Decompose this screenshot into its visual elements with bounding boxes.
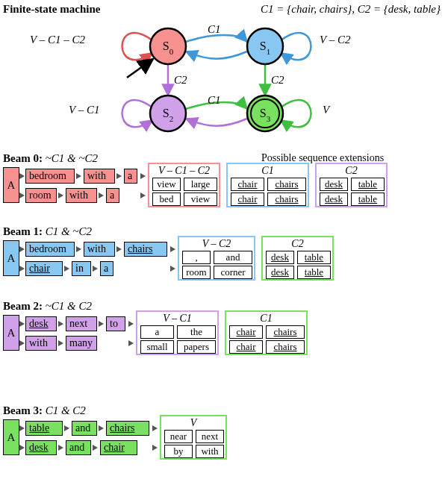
beam-label: Beam 1: C1 & ~C2: [3, 225, 92, 238]
ext-cell: chair: [229, 325, 263, 339]
ext-cell: chair: [231, 193, 264, 206]
svg-line-2: [127, 59, 153, 78]
ext-cell: view: [152, 178, 181, 191]
token: with: [84, 242, 115, 257]
ext-cell: bed: [152, 193, 181, 206]
edge-label: C1: [208, 23, 221, 35]
token: chairs: [106, 421, 149, 436]
ext-cell: table: [297, 266, 331, 279]
ext-cell: desk: [266, 266, 294, 279]
token: chairs: [124, 242, 167, 257]
token: bedroom: [25, 169, 75, 184]
token: in: [72, 261, 91, 276]
token: a: [100, 261, 113, 276]
edge-label: C2: [271, 74, 284, 86]
token: next: [66, 316, 97, 331]
ext-cell: a: [140, 325, 174, 339]
ext-box: Vnearnextbywith: [160, 415, 227, 460]
edge-label: C2: [174, 74, 187, 86]
beam-label: Beam 3: C1 & C2: [3, 404, 86, 417]
token: chair: [25, 261, 63, 276]
ext-box: V – C1 – C2viewlargebedview: [148, 163, 220, 207]
ext-cell: chair: [229, 340, 263, 354]
edge-label: V – C2: [320, 34, 351, 46]
ext-cell: and: [214, 251, 252, 264]
ext-box: V – C1athesmallpapers: [136, 310, 219, 355]
ext-cell: small: [140, 340, 174, 354]
start-token: A: [3, 167, 19, 203]
fsm-key: C1 = {chair, chairs}, C2 = {desk, table}: [261, 3, 441, 16]
ext-box: C2desktabledesktable: [261, 236, 334, 281]
token: to: [106, 316, 125, 331]
ext-cell: large: [184, 178, 217, 191]
token: desk: [25, 316, 57, 331]
ext-cell: room: [182, 266, 211, 279]
ext-cell: desk: [266, 251, 294, 264]
start-token: A: [3, 240, 19, 276]
ext-cell: near: [164, 430, 193, 443]
start-token: A: [3, 315, 19, 351]
token: with: [84, 169, 115, 184]
edge-label: C1: [208, 94, 221, 106]
ext-box: C1chairchairschairchairs: [226, 163, 309, 207]
ext-box: C1chairchairschairchairs: [225, 310, 308, 355]
ext-cell: chair: [231, 178, 264, 191]
ext-cell: table: [351, 178, 385, 191]
ext-cell: by: [164, 445, 193, 458]
ext-cell: chairs: [266, 325, 305, 339]
ext-cell: table: [351, 193, 385, 206]
ext-cell: ,: [182, 251, 211, 264]
token: with: [25, 336, 57, 351]
token: a: [124, 169, 137, 184]
ext-cell: with: [196, 445, 224, 458]
ext-cell: chairs: [266, 340, 305, 354]
token: a: [106, 188, 119, 203]
token: room: [25, 188, 57, 203]
page-title: Finite-state machine: [3, 3, 100, 16]
ext-cell: chairs: [267, 193, 306, 206]
start-token: A: [3, 419, 19, 455]
ext-cell: corner: [214, 266, 252, 279]
edge-label: V – C1 – C2: [30, 34, 85, 46]
edge-label: V: [323, 104, 331, 116]
ext-cell: view: [184, 193, 217, 206]
ext-cell: table: [297, 251, 331, 264]
token: chair: [100, 440, 137, 455]
fsm-diagram: S0 S1 S2 S3 C1 V – C2 V – C1 – C2 C2 C2 …: [0, 18, 448, 145]
token: and: [66, 440, 91, 455]
edge-label: V – C1: [69, 104, 99, 116]
ext-box: C2desktabledesktable: [315, 163, 388, 207]
token: with: [66, 188, 97, 203]
token: desk: [25, 440, 57, 455]
ext-box: V – C2,androomcorner: [178, 236, 255, 281]
token: table: [25, 421, 63, 436]
beam-label: Beam 0: ~C1 & ~C2: [3, 152, 98, 165]
ext-cell: desk: [320, 178, 348, 191]
ext-cell: papers: [177, 340, 216, 354]
ext-cell: desk: [320, 193, 348, 206]
token: bedroom: [25, 242, 75, 257]
token: and: [72, 421, 97, 436]
ext-cell: next: [196, 430, 224, 443]
ext-cell: the: [177, 325, 216, 339]
ext-cell: chairs: [267, 178, 306, 191]
beam-label: Beam 2: ~C1 & C2: [3, 300, 92, 313]
token: many: [66, 336, 97, 351]
